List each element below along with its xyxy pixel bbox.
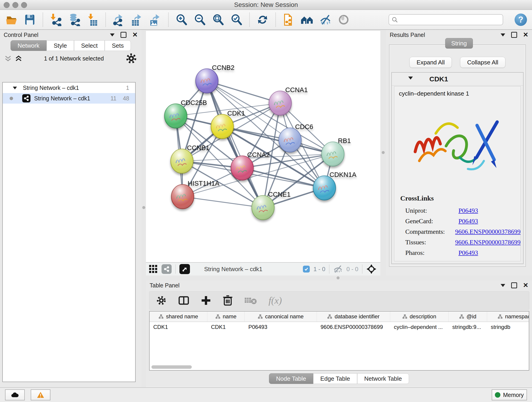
expand-all-icon[interactable] [15, 55, 22, 62]
help-button[interactable]: ? [515, 13, 527, 26]
window-title: Session: New Session [0, 0, 532, 10]
expand-all-button[interactable]: Expand All [409, 57, 452, 68]
tab-network[interactable]: Network [11, 40, 46, 51]
network-share-view-button[interactable] [162, 264, 172, 274]
network-collection-row[interactable]: String Network – cdk1 1 [3, 83, 135, 93]
left-splitter[interactable] [141, 30, 146, 387]
horizontal-scrollbar[interactable] [152, 365, 192, 369]
maximize-panel-icon[interactable] [511, 32, 517, 38]
import-network-file-icon[interactable] [50, 13, 62, 26]
close-panel-icon[interactable]: ✕ [523, 32, 528, 37]
search-input[interactable] [399, 16, 500, 23]
hidden-eye-icon[interactable] [333, 265, 343, 273]
cloud-status-button[interactable] [5, 389, 25, 400]
memory-button[interactable]: Memory [492, 389, 527, 400]
table-cell[interactable]: cyclin–dependent ... [390, 322, 449, 332]
add-column-icon[interactable] [201, 295, 211, 306]
node-table[interactable]: shared namenamecanonical namedatabase id… [149, 311, 529, 370]
memory-label: Memory [503, 392, 524, 398]
collapse-all-icon[interactable] [4, 55, 12, 62]
node-CCNB2[interactable]: CCNB2 [196, 64, 234, 93]
column-header-name[interactable]: name [207, 312, 245, 322]
save-session-icon[interactable] [23, 13, 36, 26]
float-panel-icon[interactable] [110, 33, 114, 39]
export-table-icon[interactable] [131, 13, 143, 26]
table-cell[interactable]: CDK1 [150, 322, 207, 332]
gear-icon[interactable] [125, 52, 137, 64]
table-settings-gear-icon[interactable] [156, 295, 167, 306]
node-HIST1H1A[interactable]: HIST1H1A [171, 180, 220, 209]
table-cell[interactable]: 9606.ENSP00000378699 [317, 322, 390, 332]
string-homes-icon[interactable] [301, 13, 313, 26]
float-panel-icon[interactable] [500, 33, 505, 39]
export-image-icon[interactable] [149, 13, 162, 26]
open-session-icon[interactable] [5, 13, 18, 26]
zoom-in-icon[interactable] [175, 13, 188, 26]
tree-expand-icon[interactable] [13, 87, 17, 91]
network-canvas[interactable]: CCNB2CCNA1CDC25BCDK1CDC6RB1CCNB1CCNA2CDK… [146, 31, 380, 262]
refresh-icon[interactable] [256, 13, 269, 26]
show-hide-icon[interactable] [319, 13, 332, 26]
zoom-fit-icon[interactable] [212, 13, 225, 26]
splitter-handle[interactable] [382, 151, 385, 154]
network-row-selected[interactable]: String Network – cdk1 11 48 [3, 93, 135, 104]
edge-CCNB2-CCNE1[interactable] [207, 81, 263, 208]
delete-table-icon[interactable] [244, 296, 257, 305]
crosslink-link[interactable]: 9606.ENSP00000378699 [455, 228, 520, 235]
birdseye-icon[interactable] [366, 264, 377, 274]
column-header-namespace[interactable]: namespace [487, 312, 529, 322]
table-cell[interactable]: P06493 [245, 322, 317, 332]
close-panel-icon[interactable]: ✕ [523, 283, 528, 288]
import-network-database-icon[interactable] [68, 13, 81, 26]
node-CDKN1A[interactable]: CDKN1A [313, 171, 356, 200]
right-splitter[interactable] [380, 30, 386, 276]
tab-node-table[interactable]: Node Table [269, 373, 313, 384]
warnings-button[interactable] [31, 389, 51, 400]
export-network-icon[interactable] [112, 13, 125, 26]
zoom-out-icon[interactable] [193, 13, 206, 26]
bottom-splitter[interactable] [146, 275, 532, 280]
crosslink-link[interactable]: P06493 [458, 217, 478, 225]
tab-edge-table[interactable]: Edge Table [313, 373, 357, 384]
node-CCNA1[interactable]: CCNA1 [269, 86, 308, 115]
node-CDK1[interactable]: CDK1 [211, 109, 245, 139]
tab-string[interactable]: String [445, 38, 473, 49]
close-panel-icon[interactable]: ✕ [133, 32, 138, 37]
maximize-panel-icon[interactable] [120, 32, 127, 38]
splitter-handle[interactable] [336, 276, 340, 279]
collapse-all-button[interactable]: Collapse All [460, 57, 505, 68]
float-panel-icon[interactable] [500, 284, 505, 289]
column-header--id[interactable]: @id [449, 312, 487, 322]
import-table-icon[interactable] [86, 13, 99, 26]
show-columns-icon[interactable] [178, 295, 189, 306]
node-RB1[interactable]: RB1 [322, 137, 351, 166]
delete-column-icon[interactable] [223, 295, 233, 306]
tab-select[interactable]: Select [74, 40, 105, 51]
table-tabs: Node Table Edge Table Network Table [146, 373, 532, 384]
column-header-canonical-name[interactable]: canonical name [245, 312, 317, 322]
column-header-shared-name[interactable]: shared name [150, 312, 207, 322]
function-builder-icon[interactable]: f(x) [268, 295, 282, 306]
maximize-panel-icon[interactable] [511, 282, 517, 288]
tab-style[interactable]: Style [46, 40, 74, 51]
crosslink-link[interactable]: P06493 [458, 249, 478, 256]
selected-indicator-checkbox[interactable] [303, 266, 310, 273]
edge-HIST1H1A-CCNE1[interactable] [183, 197, 263, 208]
table-cell[interactable]: CDK1 [207, 322, 245, 332]
detach-view-button[interactable] [179, 264, 190, 274]
crosslink-link[interactable]: 9606.ENSP00000378699 [455, 239, 520, 246]
new-network-from-file-icon[interactable] [282, 13, 295, 26]
table-cell[interactable]: stringdb:9... [449, 322, 487, 332]
tab-network-table[interactable]: Network Table [357, 373, 409, 384]
tab-sets[interactable]: Sets [105, 40, 131, 51]
zoom-selected-icon[interactable] [230, 13, 243, 26]
grid-view-icon[interactable] [149, 264, 158, 274]
crosslink-link[interactable]: P06493 [458, 207, 478, 214]
splitter-handle[interactable] [142, 206, 145, 209]
column-header-description[interactable]: description [390, 312, 449, 322]
crosslink-row: GeneCard:P06493 [400, 216, 520, 226]
sphere-icon[interactable] [337, 13, 350, 26]
column-header-database-identifier[interactable]: database identifier [317, 312, 390, 322]
table-cell[interactable]: stringdb [487, 322, 529, 332]
collapse-entry-icon[interactable] [408, 77, 413, 82]
